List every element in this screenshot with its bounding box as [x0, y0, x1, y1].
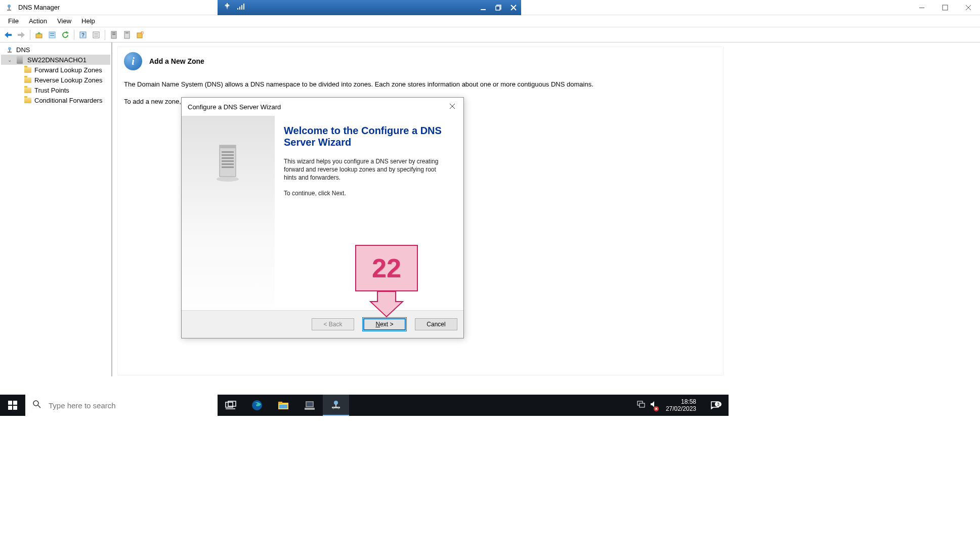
toolbar-help-button[interactable]: ? [77, 29, 89, 41]
signal-icon [237, 3, 245, 12]
svg-line-55 [38, 405, 40, 408]
tree-reverse-lookup-zones[interactable]: Reverse Lookup Zones [1, 75, 110, 85]
host-maximize-button[interactable] [933, 0, 957, 15]
window-title: DNS Manager [18, 4, 60, 11]
menu-action[interactable]: Action [24, 16, 52, 26]
wizard-paragraph-1: This wizard helps you configure a DNS se… [284, 157, 450, 182]
folder-icon [23, 96, 32, 105]
svg-rect-8 [243, 4, 244, 10]
start-button[interactable] [0, 395, 25, 416]
tree-toggle-icon[interactable]: ⌄ [6, 57, 13, 63]
svg-rect-29 [112, 32, 115, 33]
vm-minimize-button[interactable] [476, 0, 491, 15]
tree-server[interactable]: ⌄ SW22DNSNACHO1 [1, 55, 110, 65]
toolbar-list-button[interactable] [90, 29, 102, 41]
edge-button[interactable] [244, 395, 270, 416]
toolbar-server-button-2[interactable] [121, 29, 133, 41]
svg-rect-52 [8, 406, 12, 410]
svg-rect-45 [222, 157, 234, 159]
toolbar-up-button[interactable] [33, 29, 45, 41]
wizard-title: Configure a DNS Server Wizard [188, 103, 281, 111]
menu-view[interactable]: View [52, 16, 76, 26]
toolbar-new-zone-button[interactable]: ★ [134, 29, 146, 41]
wizard-side-graphic [182, 116, 275, 310]
folder-icon [23, 65, 32, 74]
wizard-titlebar[interactable]: Configure a DNS Server Wizard [182, 98, 463, 116]
svg-point-70 [338, 408, 339, 409]
tree-rlz-label: Reverse Lookup Zones [34, 76, 102, 84]
svg-rect-15 [943, 5, 948, 10]
svg-rect-32 [125, 32, 129, 33]
svg-rect-46 [222, 160, 234, 162]
toolbar-properties-button[interactable] [46, 29, 58, 41]
wizard-back-button: < Back [312, 318, 354, 330]
toolbar-back-button[interactable] [2, 29, 14, 41]
server-manager-button[interactable] [296, 395, 323, 416]
clock-time: 18:58 [666, 398, 696, 405]
callout-number: 22 [372, 253, 401, 283]
info-icon: i [124, 52, 142, 70]
svg-point-66 [334, 401, 338, 405]
svg-text:★: ★ [141, 31, 144, 34]
svg-point-49 [217, 177, 239, 182]
taskview-button[interactable] [218, 395, 244, 416]
wizard-paragraph-2: To continue, click Next. [284, 189, 450, 197]
svg-rect-2 [7, 10, 11, 11]
tray-volume-icon[interactable] [650, 400, 658, 410]
tree-conditional-forwarders[interactable]: Conditional Forwarders [1, 95, 110, 105]
vm-close-button[interactable] [506, 0, 521, 15]
toolbar-forward-button[interactable] [15, 29, 27, 41]
tray-network-icon[interactable] [636, 400, 646, 410]
svg-rect-72 [640, 403, 645, 407]
search-icon [32, 400, 41, 411]
wizard-heading: Welcome to the Configure a DNS Server Wi… [284, 125, 450, 148]
content-heading: Add a New Zone [149, 57, 204, 65]
svg-rect-30 [112, 34, 115, 35]
svg-rect-51 [13, 401, 17, 405]
host-minimize-button[interactable] [910, 0, 933, 15]
wizard-dialog: Configure a DNS Server Wizard [181, 97, 464, 338]
svg-rect-53 [13, 406, 17, 410]
svg-rect-38 [8, 52, 12, 53]
tree-forward-lookup-zones[interactable]: Forward Lookup Zones [1, 65, 110, 75]
svg-rect-48 [222, 166, 234, 168]
search-input[interactable] [49, 401, 210, 410]
taskbar: 18:58 27/02/2023 3 [0, 395, 729, 416]
svg-rect-11 [496, 6, 500, 10]
tree-trust-points[interactable]: Trust Points [1, 85, 110, 95]
svg-rect-20 [50, 33, 54, 34]
notifications-button[interactable]: 3 [704, 401, 726, 410]
menubar: File Action View Help [0, 15, 980, 27]
svg-rect-44 [222, 154, 234, 156]
explorer-button[interactable] [270, 395, 296, 416]
dns-manager-taskbar-button[interactable] [323, 395, 349, 416]
wizard-close-button[interactable] [441, 98, 463, 115]
taskbar-clock[interactable]: 18:58 27/02/2023 [662, 398, 700, 413]
pin-icon[interactable] [224, 3, 231, 12]
svg-rect-4 [225, 5, 229, 6]
svg-rect-5 [237, 8, 238, 10]
tree-flz-label: Forward Lookup Zones [34, 66, 102, 74]
svg-rect-21 [50, 35, 54, 36]
dns-root-icon [5, 45, 14, 54]
vm-connection-bar [218, 0, 521, 15]
host-close-button[interactable] [957, 0, 980, 15]
svg-rect-37 [9, 50, 10, 52]
tree-root-dns[interactable]: DNS [1, 45, 110, 55]
svg-rect-43 [222, 151, 234, 153]
svg-rect-67 [335, 404, 336, 407]
menu-file[interactable]: File [3, 16, 24, 26]
wizard-cancel-button[interactable]: Cancel [415, 318, 457, 330]
toolbar-separator [30, 30, 30, 40]
svg-rect-7 [241, 5, 242, 10]
clock-date: 27/02/2023 [666, 405, 696, 412]
toolbar-server-button[interactable] [108, 29, 120, 41]
svg-rect-14 [919, 8, 924, 8]
taskbar-search[interactable] [25, 395, 218, 416]
vm-restore-button[interactable] [491, 0, 506, 15]
svg-text:?: ? [81, 32, 84, 38]
toolbar-refresh-button[interactable] [59, 29, 71, 41]
menu-help[interactable]: Help [76, 16, 100, 26]
wizard-next-button[interactable]: Next > [363, 318, 406, 330]
content-body: The Domain Name System (DNS) allows a DN… [124, 79, 717, 90]
